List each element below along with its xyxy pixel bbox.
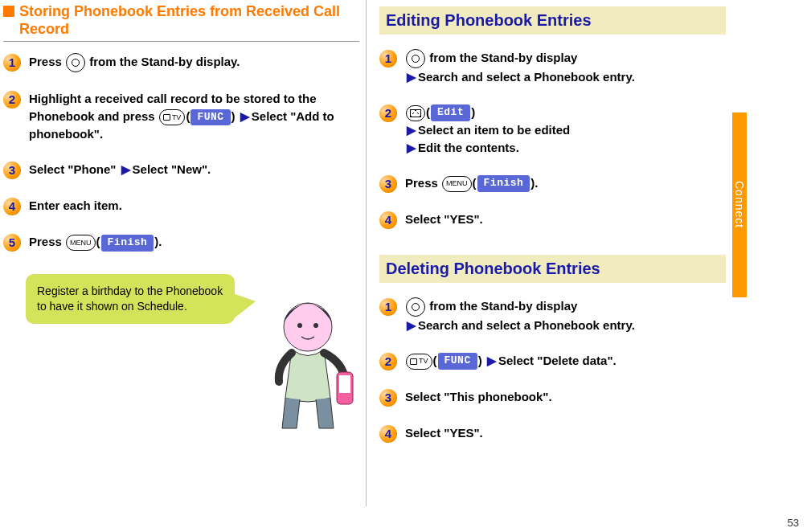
- tip-area: Register a birthday to the Phonebook to …: [3, 269, 359, 422]
- step-number: 2: [379, 104, 397, 122]
- svg-point-2: [313, 323, 318, 328]
- menu-key-icon: MENU: [66, 235, 96, 251]
- mail-key-icon: [406, 105, 425, 121]
- softkey-func: FUNC: [438, 353, 477, 370]
- text: Select "Phone": [29, 162, 116, 176]
- svg-point-1: [297, 323, 302, 328]
- arrow-icon: ▶: [240, 109, 250, 123]
- tip-box: Register a birthday to the Phonebook to …: [26, 274, 235, 324]
- softkey-finish: Finish: [101, 235, 154, 252]
- left-step-2: 2 Highlight a received call record to be…: [3, 90, 359, 143]
- step-number: 1: [379, 298, 397, 316]
- softkey-finish: Finish: [477, 175, 530, 192]
- step-number: 4: [379, 425, 397, 443]
- step-body: Select "This phonebook".: [405, 388, 726, 406]
- text: from the Stand-by display: [429, 299, 577, 313]
- step-number: 3: [379, 389, 397, 407]
- step-body: Press from the Stand-by display.: [29, 53, 359, 72]
- menu-key-icon: MENU: [442, 176, 472, 192]
- text: Press: [29, 235, 65, 248]
- subheading-storing: Storing Phonebook Entries from Received …: [3, 3, 359, 42]
- text: Press: [29, 55, 65, 68]
- step-number: 3: [379, 175, 397, 193]
- editing-step-2: 2 (Edit) ▶Select an item to be edited ▶E…: [379, 104, 726, 157]
- page-number: 53: [788, 517, 799, 529]
- text: Select "This phonebook".: [405, 390, 552, 403]
- svg-rect-4: [339, 375, 350, 393]
- step-body: TV(FUNC) ▶Select "Delete data".: [405, 352, 726, 370]
- arrow-icon: ▶: [407, 318, 416, 332]
- step-body: Press MENU(Finish).: [405, 174, 726, 192]
- softkey-func: FUNC: [190, 109, 230, 126]
- subheading-text: Storing Phonebook Entries from Received …: [19, 3, 359, 38]
- left-column: Storing Phonebook Entries from Received …: [0, 0, 366, 506]
- text: Enter each item.: [29, 198, 122, 212]
- key-label: MENU: [70, 239, 92, 247]
- page: Storing Phonebook Entries from Received …: [0, 0, 807, 506]
- section-tab: Connect: [732, 113, 747, 297]
- step-number: 4: [3, 198, 21, 215]
- key-label: TV: [172, 114, 182, 121]
- text: Edit the contents.: [418, 141, 519, 154]
- step-body: Highlight a received call record to be s…: [29, 90, 359, 143]
- editing-step-4: 4 Select "YES".: [379, 211, 726, 229]
- text: .: [158, 235, 162, 248]
- deleting-step-2: 2 TV(FUNC) ▶Select "Delete data".: [379, 352, 726, 370]
- arrow-icon: ▶: [407, 70, 416, 84]
- step-body: Select "YES".: [405, 211, 726, 228]
- paren: ): [231, 109, 236, 123]
- right-column: Editing Phonebook Entries 1 from the Sta…: [367, 0, 732, 506]
- step-body: (Edit) ▶Select an item to be edited ▶Edi…: [405, 104, 726, 157]
- camera-tv-key-icon: TV: [159, 109, 186, 125]
- key-label: TV: [419, 358, 428, 365]
- text: Select "New".: [133, 162, 211, 176]
- paren: ): [478, 354, 482, 367]
- paren: (: [433, 354, 437, 367]
- left-step-3: 3 Select "Phone" ▶Select "New".: [3, 161, 359, 179]
- deleting-step-3: 3 Select "This phonebook".: [379, 388, 726, 407]
- key-label: MENU: [446, 180, 468, 187]
- heading-editing: Editing Phonebook Entries: [379, 6, 726, 35]
- page-side-tab: Connect: [732, 0, 747, 506]
- svg-point-0: [284, 303, 332, 351]
- step-number: 1: [379, 50, 397, 68]
- text: from the Stand-by display.: [89, 55, 240, 68]
- deleting-step-1: 1 from the Stand-by display ▶Search and …: [379, 297, 726, 334]
- paren: (: [473, 176, 477, 190]
- nav-key-icon: [406, 49, 425, 68]
- section-tab-label: Connect: [733, 181, 746, 228]
- step-number: 2: [3, 91, 21, 108]
- deleting-step-4: 4 Select "YES".: [379, 424, 726, 443]
- step-number: 1: [3, 54, 21, 72]
- text: .: [535, 176, 538, 190]
- left-step-1: 1 Press from the Stand-by display.: [3, 53, 359, 72]
- text: Select "YES".: [405, 426, 483, 440]
- arrow-icon: ▶: [121, 162, 131, 176]
- left-step-5: 5 Press MENU(Finish).: [3, 233, 359, 252]
- character-illustration: [250, 285, 363, 430]
- text: Search and select a Phonebook entry.: [418, 318, 635, 332]
- arrow-icon: ▶: [407, 141, 416, 154]
- step-body: Press MENU(Finish).: [29, 233, 359, 251]
- nav-key-icon: [406, 297, 425, 317]
- heading-deleting: Deleting Phonebook Entries: [379, 255, 726, 283]
- paren: (: [426, 105, 430, 119]
- text: Search and select a Phonebook entry.: [418, 70, 635, 84]
- step-number: 5: [3, 234, 21, 252]
- step-body: Select "Phone" ▶Select "New".: [29, 161, 359, 178]
- softkey-edit: Edit: [431, 104, 470, 121]
- text: Select "YES".: [405, 212, 483, 226]
- text: from the Stand-by display: [429, 51, 577, 64]
- paren: (: [186, 109, 190, 123]
- step-body: Enter each item.: [29, 197, 359, 215]
- nav-key-icon: [66, 53, 85, 72]
- step-body: from the Stand-by display ▶Search and se…: [405, 297, 726, 334]
- step-number: 2: [379, 353, 397, 370]
- editing-step-3: 3 Press MENU(Finish).: [379, 174, 726, 193]
- step-body: Select "YES".: [405, 424, 726, 442]
- subheading-square-icon: [3, 6, 14, 17]
- step-body: from the Stand-by display ▶Search and se…: [405, 49, 726, 86]
- step-number: 4: [379, 211, 397, 229]
- text: Select an item to be edited: [418, 123, 570, 137]
- text: Press: [405, 176, 441, 190]
